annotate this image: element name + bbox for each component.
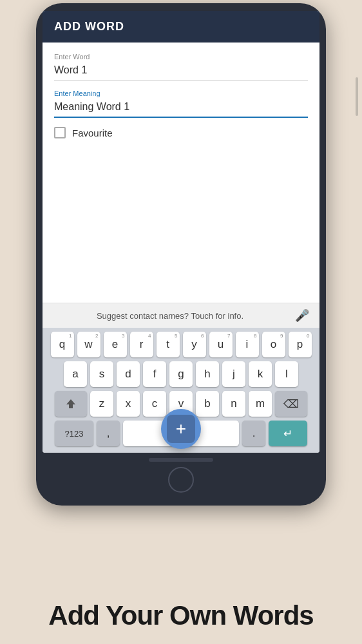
key-k[interactable]: k xyxy=(249,361,272,387)
speaker-bar xyxy=(149,458,213,462)
key-c[interactable]: c xyxy=(143,391,166,417)
bottom-text-area: Add Your Own Words xyxy=(0,600,362,631)
key-period[interactable]: . xyxy=(242,421,265,446)
app-header: ADD WORD xyxy=(43,11,319,43)
empty-area xyxy=(43,146,319,303)
key-numbers[interactable]: ?123 xyxy=(55,421,93,446)
key-shift[interactable] xyxy=(55,391,87,417)
key-o[interactable]: 9o xyxy=(262,332,285,357)
key-n[interactable]: n xyxy=(222,391,245,417)
home-indicator[interactable] xyxy=(168,467,194,493)
key-w[interactable]: 2w xyxy=(77,332,100,357)
suggestion-text: Suggest contact names? Touch for info. xyxy=(53,311,287,321)
key-t[interactable]: 5t xyxy=(157,332,180,357)
meaning-field-group: Enter Meaning xyxy=(54,90,308,118)
key-m[interactable]: m xyxy=(249,391,272,417)
meaning-input[interactable] xyxy=(54,100,308,118)
key-a[interactable]: a xyxy=(64,361,87,387)
phone-screen: ADD WORD Enter Word Enter Meaning Favour… xyxy=(43,11,319,453)
fab-icon: + xyxy=(167,415,195,443)
svg-rect-0 xyxy=(69,407,73,408)
favourite-row[interactable]: Favourite xyxy=(54,127,308,138)
form-area: Enter Word Enter Meaning Favourite xyxy=(43,43,319,146)
favourite-checkbox[interactable] xyxy=(54,127,66,138)
phone-bottom xyxy=(149,453,213,493)
key-z[interactable]: z xyxy=(90,391,113,417)
mic-icon[interactable]: 🎤 xyxy=(295,308,309,323)
favourite-label: Favourite xyxy=(72,128,113,138)
key-j[interactable]: j xyxy=(222,361,245,387)
key-p[interactable]: 0p xyxy=(289,332,312,357)
key-enter[interactable]: ↵ xyxy=(269,421,307,446)
key-u[interactable]: 7u xyxy=(209,332,233,357)
bottom-text-content: Add Your Own Words xyxy=(0,600,362,631)
word-field-group: Enter Word xyxy=(54,53,308,80)
phone-frame: ADD WORD Enter Word Enter Meaning Favour… xyxy=(36,3,326,506)
scroll-indicator xyxy=(356,77,358,116)
key-g[interactable]: g xyxy=(169,361,193,387)
key-s[interactable]: s xyxy=(90,361,113,387)
key-q[interactable]: 1q xyxy=(51,332,74,357)
key-backspace[interactable]: ⌫ xyxy=(275,391,307,417)
key-y[interactable]: 6y xyxy=(183,332,206,357)
key-l[interactable]: l xyxy=(275,361,298,387)
shift-icon xyxy=(65,398,77,410)
key-r[interactable]: 4r xyxy=(130,332,153,357)
app-header-title: ADD WORD xyxy=(54,20,308,33)
meaning-label: Enter Meaning xyxy=(54,90,308,97)
word-label: Enter Word xyxy=(54,53,308,61)
key-f[interactable]: f xyxy=(143,361,166,387)
word-input[interactable] xyxy=(54,63,308,80)
key-e[interactable]: 3e xyxy=(104,332,127,357)
fab-button[interactable]: + xyxy=(161,409,201,449)
keyboard-row-2: a s d f g h j k l xyxy=(45,361,317,387)
key-d[interactable]: d xyxy=(117,361,140,387)
key-i[interactable]: 8i xyxy=(236,332,259,357)
key-b[interactable]: b xyxy=(196,391,219,417)
key-x[interactable]: x xyxy=(117,391,140,417)
key-comma[interactable]: , xyxy=(97,421,120,446)
keyboard-suggestion-bar[interactable]: Suggest contact names? Touch for info. 🎤 xyxy=(43,303,319,328)
keyboard-row-1: 1q 2w 3e 4r 5t 6y 7u 8i 9o 0p xyxy=(45,332,317,357)
key-h[interactable]: h xyxy=(196,361,219,387)
